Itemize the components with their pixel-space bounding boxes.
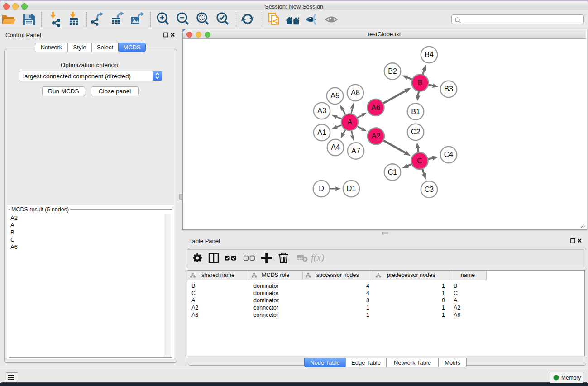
svg-text:A4: A4 xyxy=(331,143,340,151)
svg-text:A3: A3 xyxy=(317,107,326,114)
svg-text:B: B xyxy=(418,79,423,86)
svg-text:C1: C1 xyxy=(388,168,397,176)
svg-text:C: C xyxy=(417,157,422,165)
svg-text:B4: B4 xyxy=(425,51,434,58)
svg-text:C2: C2 xyxy=(411,128,421,136)
svg-text:A8: A8 xyxy=(351,89,360,96)
svg-text:B3: B3 xyxy=(444,85,453,93)
svg-text:A7: A7 xyxy=(351,147,360,155)
svg-text:A5: A5 xyxy=(330,92,339,100)
svg-text:C4: C4 xyxy=(444,151,454,158)
svg-text:D: D xyxy=(319,185,324,192)
svg-text:C3: C3 xyxy=(425,186,434,193)
svg-text:A: A xyxy=(347,118,352,126)
svg-text:B2: B2 xyxy=(388,67,397,75)
svg-text:B1: B1 xyxy=(411,108,420,115)
svg-text:A2: A2 xyxy=(372,132,381,140)
svg-text:A6: A6 xyxy=(371,104,380,111)
svg-text:D1: D1 xyxy=(347,185,356,192)
svg-text:A1: A1 xyxy=(317,129,326,136)
